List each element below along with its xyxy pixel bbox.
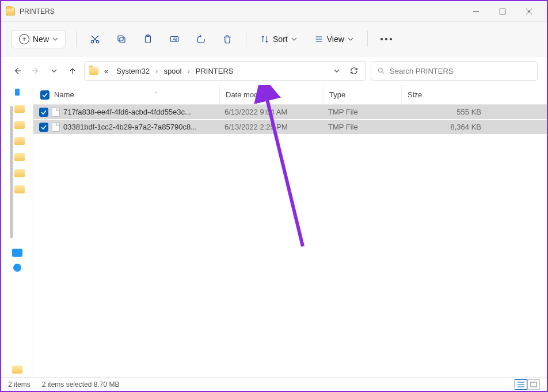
column-headers: Name ˆ Date modified Type Size xyxy=(33,85,547,105)
thumbnails-view-button[interactable] xyxy=(527,379,540,390)
breadcrumb-item[interactable]: PRINTERS xyxy=(193,66,236,77)
svg-rect-9 xyxy=(118,36,123,41)
col-name-label: Name xyxy=(54,90,74,99)
plus-icon: + xyxy=(19,34,29,44)
file-list: Name ˆ Date modified Type Size 717fa838-… xyxy=(33,85,547,377)
delete-icon[interactable] xyxy=(219,31,235,47)
search-box[interactable] xyxy=(371,61,538,81)
file-date: 6/13/2022 2:25 PM xyxy=(219,123,322,131)
statusbar: 2 items 2 items selected 8.70 MB xyxy=(1,377,547,391)
nav-item[interactable] xyxy=(14,185,25,193)
table-row[interactable]: 717fa838-ee4f-4fd6-acbd-4fdd55e3c... 6/1… xyxy=(33,105,547,120)
chevron-down-icon xyxy=(52,36,58,42)
sort-label: Sort xyxy=(273,35,288,44)
nav-item[interactable] xyxy=(15,89,20,96)
more-button[interactable] xyxy=(378,36,394,43)
content: Name ˆ Date modified Type Size 717fa838-… xyxy=(1,85,547,377)
nav-item[interactable] xyxy=(14,137,25,145)
new-button[interactable]: + New xyxy=(12,30,66,48)
col-size[interactable]: Size xyxy=(402,85,488,104)
sort-button[interactable]: Sort xyxy=(257,32,300,46)
file-type: TMP File xyxy=(322,108,401,116)
details-view-button[interactable] xyxy=(515,379,527,390)
breadcrumb-sep: › xyxy=(187,67,189,75)
nav-scrollbar[interactable] xyxy=(10,106,13,238)
sort-icon xyxy=(260,35,269,44)
col-name[interactable]: Name ˆ xyxy=(35,85,220,104)
window-title: PRINTERS xyxy=(20,7,463,16)
row-checkbox[interactable] xyxy=(39,108,48,117)
file-size: 555 KB xyxy=(401,108,487,116)
file-size: 8,364 KB xyxy=(401,123,487,131)
nav-item[interactable] xyxy=(13,264,21,272)
folder-icon xyxy=(6,7,15,16)
share-icon[interactable] xyxy=(193,31,209,47)
nav-item[interactable] xyxy=(14,105,25,113)
view-label: View xyxy=(327,35,344,44)
titlebar: PRINTERS xyxy=(1,1,547,22)
nav-item[interactable] xyxy=(12,249,22,257)
nav-item[interactable] xyxy=(14,169,25,177)
col-type[interactable]: Type xyxy=(324,85,402,104)
svg-text:A: A xyxy=(173,37,176,42)
new-label: New xyxy=(33,35,49,44)
recent-button[interactable] xyxy=(47,64,61,78)
view-button[interactable]: View xyxy=(311,32,357,46)
status-selection: 2 items selected 8.70 MB xyxy=(42,380,120,389)
view-toggle xyxy=(515,379,540,390)
nav-item[interactable] xyxy=(12,366,22,374)
separator xyxy=(76,31,77,47)
maximize-button[interactable] xyxy=(489,1,516,22)
addr-dropdown[interactable] xyxy=(330,64,344,78)
rename-icon[interactable]: A xyxy=(166,31,182,47)
file-name: 717fa838-ee4f-4fd6-acbd-4fdd55e3c... xyxy=(63,108,191,116)
minimize-button[interactable] xyxy=(463,1,489,22)
file-icon xyxy=(52,108,60,117)
breadcrumb-prefix: « xyxy=(102,66,111,77)
nav-pane[interactable] xyxy=(1,85,33,377)
select-all-checkbox[interactable] xyxy=(40,90,50,100)
sort-caret-icon: ˆ xyxy=(155,92,157,98)
nav-item[interactable] xyxy=(14,153,25,161)
window-controls xyxy=(463,1,542,22)
file-type: TMP File xyxy=(322,123,401,131)
toolbar: + New A Sort View xyxy=(1,22,547,56)
up-button[interactable] xyxy=(66,64,79,78)
breadcrumb-item[interactable]: spool xyxy=(161,66,184,77)
rows: 717fa838-ee4f-4fd6-acbd-4fdd55e3c... 6/1… xyxy=(33,105,547,377)
search-icon xyxy=(377,67,385,75)
refresh-button[interactable] xyxy=(347,64,361,78)
file-icon xyxy=(52,123,60,132)
chevron-down-icon xyxy=(291,36,297,42)
address-row: « System32 › spool › PRINTERS xyxy=(1,56,547,85)
nav-item[interactable] xyxy=(14,121,25,129)
view-icon xyxy=(314,35,324,44)
separator xyxy=(246,31,246,47)
back-button[interactable] xyxy=(10,64,24,78)
file-date: 6/13/2022 9:04 AM xyxy=(219,108,322,116)
breadcrumb-item[interactable]: System32 xyxy=(114,66,152,77)
row-checkbox[interactable] xyxy=(39,123,48,132)
svg-point-18 xyxy=(378,68,382,72)
table-row[interactable]: 03381bdf-1cc2-4b29-a7a2-7a85790c8... 6/1… xyxy=(33,120,547,135)
separator xyxy=(367,31,368,47)
col-date[interactable]: Date modified xyxy=(220,85,324,104)
svg-rect-24 xyxy=(531,382,536,387)
status-count: 2 items xyxy=(8,380,31,389)
svg-rect-8 xyxy=(120,37,125,43)
svg-rect-1 xyxy=(500,9,505,14)
breadcrumb-sep: › xyxy=(155,67,158,75)
copy-icon[interactable] xyxy=(113,31,130,47)
paste-icon[interactable] xyxy=(140,31,156,47)
file-name: 03381bdf-1cc2-4b29-a7a2-7a85790c8... xyxy=(63,123,197,131)
svg-line-19 xyxy=(382,71,383,73)
address-bar[interactable]: « System32 › spool › PRINTERS xyxy=(84,61,366,81)
search-input[interactable] xyxy=(390,67,531,75)
forward-button[interactable] xyxy=(29,64,43,78)
chevron-down-icon xyxy=(348,36,353,42)
close-button[interactable] xyxy=(516,1,542,22)
folder-icon xyxy=(89,67,98,75)
cut-icon[interactable] xyxy=(87,31,103,47)
